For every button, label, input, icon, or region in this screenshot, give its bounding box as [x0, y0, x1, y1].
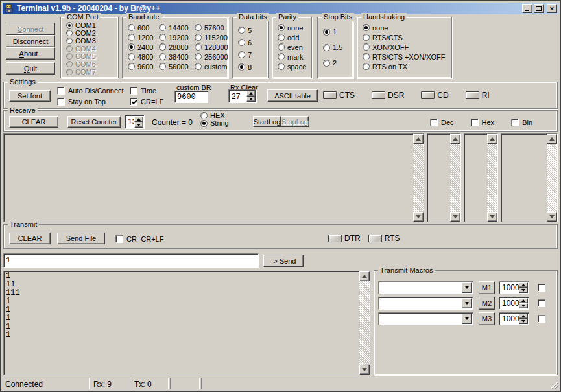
radio-option-28800[interactable]: 28800 — [159, 42, 195, 52]
m2-button[interactable]: M2 — [479, 297, 495, 310]
m1-button[interactable]: M1 — [479, 281, 495, 294]
checkbox-cr-cr-lf[interactable]: CR=CR+LF — [115, 233, 163, 244]
radio-icon[interactable] — [195, 53, 202, 60]
dropdown-button[interactable] — [462, 314, 472, 324]
dtr-indicator[interactable]: DTR — [328, 234, 361, 243]
radio-icon[interactable] — [323, 60, 330, 67]
radio-icon[interactable] — [278, 43, 285, 51]
radio-option-1[interactable]: 1 — [323, 24, 353, 40]
maximize-button[interactable] — [534, 4, 544, 13]
custom-br-input[interactable] — [174, 91, 208, 103]
set-font-button[interactable]: Set font — [9, 90, 51, 102]
radio-icon[interactable] — [363, 63, 370, 70]
radio-option-rts-cts[interactable]: RTS/CTS — [363, 32, 451, 42]
radio-icon[interactable] — [128, 43, 135, 51]
checkbox-hex[interactable]: Hex — [471, 117, 495, 128]
radio-option-none[interactable]: none — [278, 23, 311, 32]
spin-down-button[interactable] — [519, 303, 528, 308]
receive-hex-scrollbar[interactable] — [487, 134, 497, 222]
radio-option-even[interactable]: even — [278, 42, 311, 52]
radio-icon[interactable] — [238, 39, 245, 46]
checkbox-auto-dis-connect[interactable]: Auto Dis/Connect — [57, 85, 124, 96]
receive-display-dec[interactable] — [427, 133, 461, 222]
rx-lines-spinner[interactable]: 13 — [125, 115, 145, 129]
macro-2-interval-spinner[interactable]: 1000 — [499, 297, 529, 310]
checkbox-icon[interactable] — [130, 98, 137, 106]
checkbox-icon[interactable] — [57, 87, 65, 95]
rts-indicator[interactable]: RTS — [368, 234, 400, 243]
radio-icon[interactable] — [159, 24, 166, 31]
radio-icon[interactable] — [363, 43, 370, 51]
radio-option-rts-on-tx[interactable]: RTS on TX — [363, 62, 451, 71]
spin-down-button[interactable] — [519, 319, 528, 324]
radio-option-256000[interactable]: 256000 — [195, 52, 227, 62]
spin-up-button[interactable] — [519, 282, 528, 288]
checkbox-icon[interactable] — [130, 87, 137, 95]
send-button[interactable]: -> Send — [263, 255, 304, 267]
radio-icon[interactable] — [363, 34, 370, 41]
radio-icon[interactable] — [278, 34, 285, 41]
checkbox-dec[interactable]: Dec — [430, 117, 454, 128]
macro-3-dropdown[interactable] — [378, 312, 473, 325]
checkbox-icon[interactable] — [115, 235, 123, 243]
receive-clear-button[interactable]: CLEAR — [9, 116, 58, 128]
radio-option-7[interactable]: 7 — [238, 49, 268, 61]
radio-icon[interactable] — [159, 43, 166, 51]
radio-icon[interactable] — [200, 112, 208, 119]
radio-icon[interactable] — [363, 53, 370, 60]
radio-option-14400[interactable]: 14400 — [159, 23, 195, 32]
scrollbar-track[interactable] — [450, 144, 460, 212]
radio-option-1-5[interactable]: 1.5 — [323, 40, 353, 55]
minimize-button[interactable] — [522, 4, 532, 13]
receive-bin-scrollbar[interactable] — [547, 134, 557, 222]
radio-option-odd[interactable]: odd — [278, 32, 311, 42]
spin-down-button[interactable] — [134, 122, 143, 128]
radio-option-com1[interactable]: COM1 — [66, 21, 118, 29]
m3-button[interactable]: M3 — [479, 312, 495, 325]
receive-display-main[interactable] — [3, 133, 424, 222]
radio-icon[interactable] — [159, 63, 166, 70]
scroll-down-button[interactable] — [413, 212, 424, 222]
scrollbar-track[interactable] — [413, 144, 424, 212]
radio-icon[interactable] — [159, 53, 166, 60]
scrollbar-track[interactable] — [359, 281, 370, 365]
scroll-up-button[interactable] — [547, 134, 557, 144]
radio-option-rts-cts-xon-xoff[interactable]: RTS/CTS +XON/XOFF — [363, 52, 451, 62]
radio-icon[interactable] — [278, 24, 285, 31]
radio-icon[interactable] — [278, 53, 285, 60]
spin-up-button[interactable] — [246, 91, 256, 97]
close-button[interactable]: × — [547, 4, 557, 13]
radio-icon[interactable] — [195, 43, 202, 51]
spin-up-button[interactable] — [134, 116, 143, 122]
macro-3-interval-spinner[interactable]: 1000 — [499, 312, 529, 325]
radio-option-56000[interactable]: 56000 — [159, 62, 195, 71]
spin-up-button[interactable] — [519, 314, 528, 319]
radio-icon[interactable] — [66, 38, 73, 44]
dropdown-button[interactable] — [462, 298, 472, 308]
radio-option-115200[interactable]: 115200 — [195, 32, 227, 42]
dtr-led-icon[interactable] — [328, 235, 342, 242]
radio-option-string[interactable]: String — [200, 119, 229, 127]
radio-option-com3[interactable]: COM3 — [66, 37, 118, 45]
macro-1-dropdown[interactable] — [378, 281, 473, 294]
radio-option-38400[interactable]: 38400 — [159, 52, 195, 62]
macro-1-repeat-checkbox[interactable] — [538, 284, 545, 292]
scroll-up-button[interactable] — [450, 134, 460, 144]
resize-grip-icon[interactable] — [549, 380, 558, 389]
ascii-table-button[interactable]: ASCII table — [267, 89, 318, 102]
receive-dec-scrollbar[interactable] — [450, 134, 460, 222]
scroll-up-button[interactable] — [413, 134, 424, 144]
radio-option-19200[interactable]: 19200 — [159, 32, 195, 42]
radio-icon[interactable] — [128, 53, 135, 60]
radio-option-5[interactable]: 5 — [238, 24, 268, 36]
radio-option-600[interactable]: 600 — [128, 23, 159, 32]
receive-display-bin[interactable] — [501, 133, 558, 222]
radio-icon[interactable] — [128, 24, 135, 31]
start-log-button[interactable]: StartLog — [253, 116, 281, 127]
radio-icon[interactable] — [195, 34, 202, 41]
checkbox-icon[interactable] — [511, 119, 519, 126]
scroll-up-button[interactable] — [487, 134, 497, 144]
scroll-down-button[interactable] — [450, 212, 460, 222]
radio-icon[interactable] — [66, 30, 73, 36]
quit-button[interactable]: Quit — [6, 62, 55, 75]
